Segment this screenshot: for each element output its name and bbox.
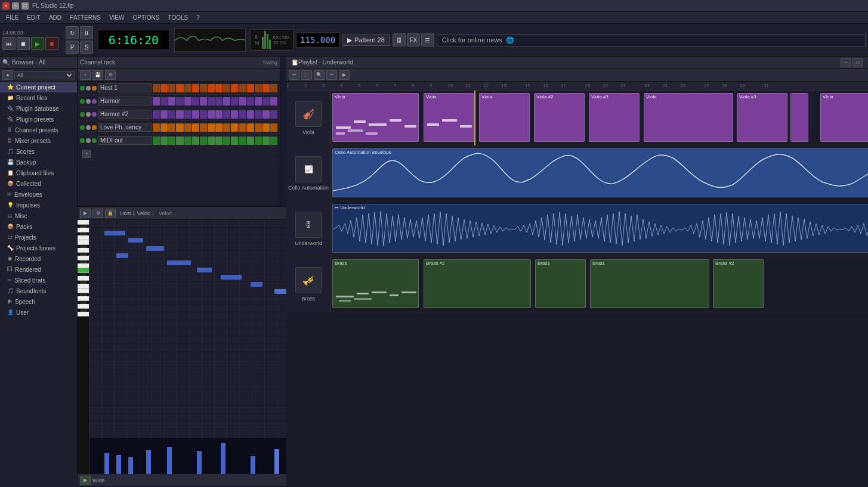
add-channel-button[interactable]: + <box>80 70 91 80</box>
segment-viola-viola3b[interactable]: Viola #3 <box>737 93 787 142</box>
menu-add[interactable]: ADD <box>45 13 65 22</box>
browser-item-backup[interactable]: 💾 Backup <box>0 157 77 167</box>
playlist-min[interactable]: − <box>841 58 851 67</box>
playlist-max[interactable]: □ <box>852 58 863 67</box>
channel-led[interactable] <box>80 86 85 91</box>
channel-led2[interactable] <box>86 138 91 143</box>
segment-viola-viola2[interactable]: Viola #2 <box>534 93 585 142</box>
note-grid[interactable] <box>89 220 286 474</box>
segment-viola-4[interactable]: Viola <box>644 93 733 142</box>
segment-brass-3[interactable]: Brass <box>535 259 586 308</box>
plt-play[interactable]: ▶ <box>339 70 350 80</box>
minimize-button[interactable]: − <box>12 2 19 10</box>
channel-led3[interactable] <box>92 125 97 130</box>
menu-options[interactable]: OPTIONS <box>129 13 163 22</box>
browser-item-envelopes[interactable]: ✉ Envelopes <box>0 189 77 200</box>
record-button[interactable]: ⏺ <box>45 37 58 50</box>
browser-item-projects-bones[interactable]: 🦴 Projects bones <box>0 243 77 253</box>
piano-roll-nav[interactable]: ▶ <box>80 209 91 218</box>
fx-button[interactable]: FX <box>407 33 420 46</box>
piano-note[interactable] <box>128 238 143 243</box>
piano-note[interactable] <box>251 282 262 287</box>
segment-cello[interactable]: Cello Automation envelope <box>332 148 868 197</box>
loop-button[interactable]: ↻ <box>66 26 79 39</box>
browser-item-sliced-brats[interactable]: ✂ Sliced brats <box>0 275 77 286</box>
browser-item-recent[interactable]: 📁 Recent files <box>0 92 77 103</box>
segment-viola-6[interactable]: Viola <box>820 93 868 142</box>
browser-item-scores[interactable]: 🎵 Scores <box>0 146 77 157</box>
browser-item-collected[interactable]: 📦 Collected <box>0 178 77 189</box>
browser-item-packs[interactable]: 📦 Packs <box>0 221 77 232</box>
channel-led3[interactable] <box>92 99 97 104</box>
segment-brass-5[interactable]: Brass #2 <box>713 259 764 308</box>
browser-item-projects[interactable]: 🗂 Projects <box>0 232 77 243</box>
piano-note[interactable] <box>197 268 212 272</box>
plt-draw[interactable]: ✏ <box>289 70 299 80</box>
browser-item-speech[interactable]: 🗣 Speech <box>0 296 77 307</box>
track-content-viola[interactable]: Viola V <box>331 91 868 145</box>
channel-led[interactable] <box>80 125 85 130</box>
segment-brass-1[interactable]: Brass <box>332 259 419 308</box>
channel-led3[interactable] <box>92 112 97 117</box>
song-mode-button[interactable]: S <box>80 41 93 54</box>
browser-item-clipboard[interactable]: 📋 Clipboard files <box>0 167 77 178</box>
browser-item-rendered[interactable]: 🎞 Rendered <box>0 264 77 275</box>
news-ticker[interactable]: Click for online news 🌐 <box>437 34 866 46</box>
plt-select[interactable]: ⬚ <box>301 70 312 80</box>
segment-viola-1[interactable]: Viola <box>332 93 419 142</box>
piano-note[interactable] <box>104 231 125 235</box>
browser-nav-up[interactable]: ▲ <box>2 70 13 80</box>
channel-led[interactable] <box>80 99 85 104</box>
piano-roll-snap[interactable]: 🔒 <box>105 209 116 218</box>
browser-item-plugin-presets[interactable]: 🔌 Plugin presets <box>0 114 77 125</box>
settings-button[interactable]: ⚙ <box>105 70 116 80</box>
piano-note[interactable] <box>167 260 191 265</box>
plt-zoom[interactable]: 🔍 <box>314 70 325 80</box>
plt-delete[interactable]: ✂ <box>326 70 337 80</box>
piano-note[interactable] <box>274 289 286 294</box>
browser-item-user[interactable]: 👤 User <box>0 307 77 318</box>
segment-viola-2[interactable]: Viola <box>424 93 474 142</box>
rewind-button[interactable]: ⏮ <box>2 37 16 50</box>
mode-btn-wide[interactable]: ▶ <box>80 476 91 485</box>
segment-viola-viola3a[interactable]: Viola #3 <box>589 93 640 142</box>
track-content-brass[interactable]: Brass Brass #2 <box>331 257 868 312</box>
browser-item-impulses[interactable]: 💡 Impulses <box>0 200 77 210</box>
channel-led3[interactable] <box>92 86 97 91</box>
segment-brass-2[interactable]: Brass #2 <box>424 259 531 308</box>
browser-item-channel-presets[interactable]: 🎚 Channel presets <box>0 125 77 135</box>
menu-tools[interactable]: TOOLS <box>164 13 191 22</box>
maximize-button[interactable]: □ <box>21 2 29 10</box>
menu-edit[interactable]: EDIT <box>23 13 44 22</box>
close-button[interactable]: × <box>2 2 10 10</box>
browser-item-current-project[interactable]: ⭐ Current project <box>0 82 77 92</box>
pattern-mode-button[interactable]: P <box>66 41 79 54</box>
track-content-underworld[interactable]: ↦ Underworld <box>331 201 868 256</box>
piano-roll-settings[interactable]: ⚙ <box>92 209 103 218</box>
browser-item-plugin-db[interactable]: 🔌 Plugin database <box>0 103 77 114</box>
save-channel-button[interactable]: 💾 <box>92 70 103 80</box>
segment-viola-5[interactable] <box>790 93 808 142</box>
channel-led2[interactable] <box>86 99 91 104</box>
piano-note[interactable] <box>221 275 242 280</box>
channel-led3[interactable] <box>92 138 97 143</box>
piano-note[interactable] <box>116 253 128 258</box>
channel-led[interactable] <box>80 138 85 143</box>
pause-button[interactable]: ⏸ <box>80 26 93 39</box>
segment-brass-4[interactable]: Brass <box>590 259 709 308</box>
browser-item-recorded[interactable]: ⏺ Recorded <box>0 253 77 264</box>
browser-item-soundfonts[interactable]: 🎵 Soundfonts <box>0 286 77 296</box>
pattern-display[interactable]: ▶ Pattern 28 <box>342 35 390 46</box>
channel-led2[interactable] <box>86 86 91 91</box>
menu-view[interactable]: VIEW <box>106 13 128 22</box>
channel-led2[interactable] <box>86 112 91 117</box>
browser-item-mixer-presets[interactable]: 🎛 Mixer presets <box>0 135 77 146</box>
stop-button[interactable]: ⏹ <box>17 37 30 50</box>
add-new-channel[interactable]: + <box>82 150 91 158</box>
browser-folder-select[interactable]: All <box>14 71 75 79</box>
step-button[interactable]: ☰ <box>421 33 434 46</box>
segment-viola-3[interactable]: Viola <box>479 93 530 142</box>
channel-led[interactable] <box>80 112 85 117</box>
play-button[interactable]: ▶ <box>31 37 44 50</box>
channel-led2[interactable] <box>86 125 91 130</box>
